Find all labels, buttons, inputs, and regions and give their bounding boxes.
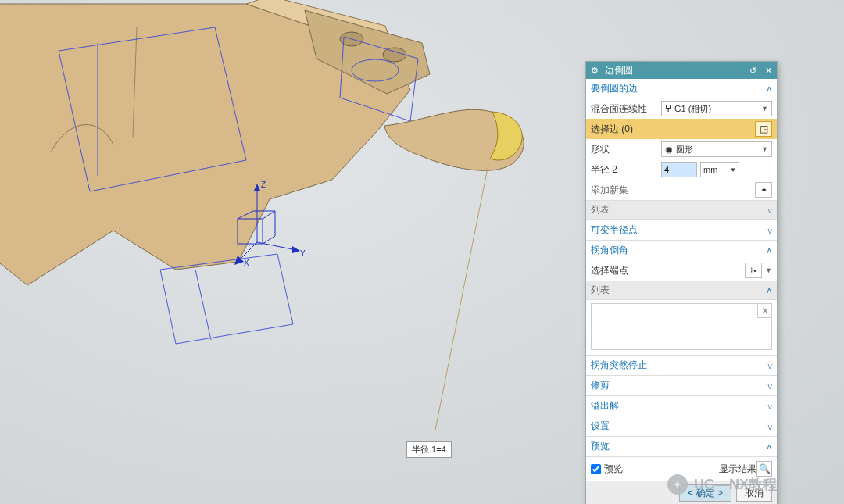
dialog-title: 边倒圆 [605, 64, 742, 77]
chevron-down-icon: v [768, 381, 773, 391]
row-radius: 半径 2 mm ▼ [586, 159, 777, 180]
svg-text:Y: Y [300, 249, 306, 258]
list-header-edges[interactable]: 列表 v [586, 200, 777, 220]
row-select-endpoint[interactable]: 选择端点 ⁞• ▼ [586, 260, 777, 281]
svg-marker-8 [292, 246, 300, 253]
chevron-up-icon: ʌ [767, 84, 772, 94]
caret-down-icon: ▼ [730, 166, 736, 173]
row-add-set[interactable]: 添加新集 ✦ [586, 180, 777, 200]
section-corner[interactable]: 拐角倒角 ʌ [586, 240, 777, 260]
chevron-up-icon: ʌ [767, 245, 772, 256]
svg-line-14 [238, 211, 253, 219]
radius-annotation[interactable]: 半径 1=4 [406, 441, 452, 458]
svg-rect-13 [238, 219, 263, 244]
dialog-titlebar[interactable]: ⚙ 边倒圆 ↺ ✕ [586, 62, 777, 79]
shape-select[interactable]: ◉ 圆形 ▼ [661, 141, 772, 157]
row-shape: 形状 ◉ 圆形 ▼ [586, 139, 777, 159]
chevron-down-icon: v [768, 402, 773, 411]
caret-down-icon: ▼ [761, 145, 768, 153]
wechat-icon: ✦ [667, 474, 688, 495]
svg-point-1 [383, 48, 406, 62]
reset-icon[interactable]: ↺ [747, 65, 758, 76]
preview-checkbox-label[interactable]: 预览 [591, 463, 719, 476]
chevron-down-icon: v [768, 206, 773, 215]
add-icon[interactable]: ✦ [755, 182, 772, 198]
caret-down-icon: ▼ [765, 266, 772, 274]
svg-marker-5 [254, 184, 260, 191]
radius-input[interactable] [661, 162, 697, 177]
continuity-select[interactable]: ⵖ G1 (相切) ▼ [661, 101, 772, 116]
delete-icon[interactable]: ✕ [757, 304, 771, 318]
select-edge-icon[interactable]: ◳ [755, 121, 772, 137]
edge-blend-dialog: ⚙ 边倒圆 ↺ ✕ 要倒圆的边 ʌ 混合面连续性 ⵖ G1 (相切) ▼ 选择边… [585, 61, 778, 504]
circle-icon: ◉ [665, 145, 673, 155]
chevron-up-icon: ʌ [767, 441, 772, 452]
section-overflow[interactable]: 溢出解 v [586, 395, 777, 416]
preview-checkbox[interactable] [591, 464, 601, 474]
section-corner-stop[interactable]: 拐角突然停止 v [586, 355, 777, 375]
section-var-radius[interactable]: 可变半径点 v [586, 220, 777, 240]
row-select-edge[interactable]: 选择边 (0) ◳ [586, 119, 777, 139]
section-settings[interactable]: 设置 v [586, 416, 777, 436]
chevron-down-icon: v [768, 422, 773, 431]
section-trim[interactable]: 修剪 v [586, 375, 777, 395]
chevron-up-icon: ʌ [767, 285, 772, 295]
svg-text:X: X [244, 259, 249, 267]
list-header-corner[interactable]: 列表 ʌ [586, 281, 777, 300]
point-picker-icon[interactable]: ⁞• [745, 263, 762, 278]
svg-line-3 [434, 164, 488, 434]
gear-icon[interactable]: ⚙ [589, 65, 600, 76]
svg-line-16 [263, 236, 275, 244]
row-continuity: 混合面连续性 ⵖ G1 (相切) ▼ [586, 98, 777, 119]
curve-icon: ⵖ [665, 104, 671, 114]
close-icon[interactable]: ✕ [763, 65, 774, 76]
svg-text:Z: Z [261, 181, 266, 189]
chevron-down-icon: v [768, 226, 773, 235]
section-preview[interactable]: 预览 ʌ [586, 436, 777, 456]
caret-down-icon: ▼ [761, 105, 768, 113]
svg-line-15 [263, 211, 275, 219]
coordinate-system: Z Y X [222, 172, 316, 268]
unit-select[interactable]: mm ▼ [700, 162, 739, 177]
watermark: ✦ UG—NX教程 [667, 474, 777, 495]
chevron-down-icon: v [768, 361, 773, 370]
section-edges[interactable]: 要倒圆的边 ʌ [586, 79, 777, 98]
corner-listbox[interactable]: ✕ [591, 303, 772, 350]
show-result-label: 显示结果 [719, 463, 756, 476]
